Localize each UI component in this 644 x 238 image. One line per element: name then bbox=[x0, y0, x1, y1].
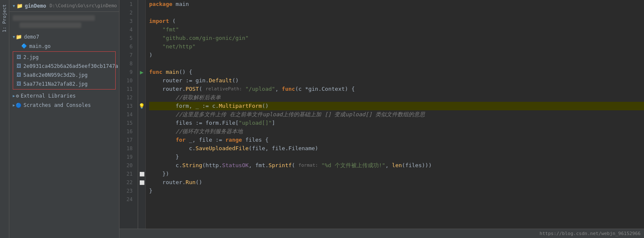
code-line-4: "fmt" bbox=[149, 25, 644, 34]
project-root-folder-icon: 📁 bbox=[17, 3, 23, 9]
code-content[interactable]: package main import ( "fmt" "github.com/… bbox=[146, 0, 644, 229]
main-go-file[interactable]: 🔷 main.go bbox=[9, 42, 119, 50]
project-path: D:\Coding\Go\src\ginDemo bbox=[50, 3, 117, 8]
editor-content: 1 2 3 4 5 6 7 8 9 10 11 12 13 14 15 16 1… bbox=[119, 0, 644, 229]
folder-arrow-icon: ▼ bbox=[13, 4, 15, 8]
expand-arrow-icon: ▶ bbox=[13, 94, 15, 98]
code-line-15: files := form.File["upload[]"] bbox=[149, 119, 644, 127]
image-icon-4: 🖼 bbox=[17, 81, 21, 87]
go-file-icon: 🔷 bbox=[21, 43, 27, 49]
code-line-16: //循环存文件到服务器本地 bbox=[149, 127, 644, 136]
file-5aa77e[interactable]: 🖼 5aa77e11Na27afa82.jpg bbox=[13, 79, 115, 88]
scratches-expand-icon: ▶ bbox=[13, 103, 15, 107]
scratches-label: Scratches and Consoles bbox=[23, 102, 91, 108]
bookmark-icon: ⬜ bbox=[139, 172, 144, 176]
code-line-2 bbox=[149, 8, 644, 17]
sidebar-tree: ▼ 📁 demo7 🔷 main.go 🖼 2.jpg 🖼 2e0931ca45… bbox=[9, 12, 119, 238]
code-line-8 bbox=[149, 59, 644, 68]
bookmark-icon-2: ⬜ bbox=[139, 180, 144, 185]
code-line-9: func main() { bbox=[149, 68, 644, 76]
code-line-1: package main bbox=[149, 0, 644, 8]
highlighted-files-box: 🖼 2.jpg 🖼 2e0931ca452b6a26ad5eef30cb1747… bbox=[13, 51, 116, 90]
code-line-10: router := gin.Default() bbox=[149, 76, 644, 85]
main-go-label: main.go bbox=[29, 43, 51, 49]
file-5aa8c2-label: 5aa8c2e0N959c3d2b.jpg bbox=[23, 72, 88, 78]
code-line-6: "net/http" bbox=[149, 42, 644, 51]
code-line-3: import ( bbox=[149, 17, 644, 25]
scratches-icon: 🔵 bbox=[16, 103, 22, 108]
code-line-21: }) bbox=[149, 170, 644, 178]
image-icon-1: 🖼 bbox=[17, 54, 21, 60]
file-5aa77e-label: 5aa77e11Na27afa82.jpg bbox=[23, 81, 88, 87]
file-2jpg[interactable]: 🖼 2.jpg bbox=[13, 53, 115, 62]
project-name[interactable]: ginDemo bbox=[25, 3, 46, 9]
libs-icon: ⚙ bbox=[16, 93, 19, 99]
blurred-items bbox=[9, 14, 119, 31]
project-tab-label[interactable]: 1: Project bbox=[1, 2, 8, 35]
file-2e0931[interactable]: 🖼 2e0931ca452b6a26ad5eef30cb1747a.jpg bbox=[13, 62, 115, 70]
external-libraries-item[interactable]: ▶ ⚙ External Libraries bbox=[9, 91, 119, 101]
file-5aa8c2[interactable]: 🖼 5aa8c2e0N959c3d2b.jpg bbox=[13, 70, 115, 79]
external-libraries-label: External Libraries bbox=[21, 93, 76, 99]
line-numbers: 1 2 3 4 5 6 7 8 9 10 11 12 13 14 15 16 1… bbox=[119, 0, 138, 229]
file-2e0931-label: 2e0931ca452b6a26ad5eef30cb1747a.jpg bbox=[23, 63, 119, 69]
file-2jpg-label: 2.jpg bbox=[23, 54, 39, 60]
code-line-20: c.String(http.StatusOK, fmt.Sprintf( for… bbox=[149, 161, 644, 170]
folder-icon: 📁 bbox=[16, 34, 22, 40]
code-line-7: ) bbox=[149, 51, 644, 59]
code-editor: 1 2 3 4 5 6 7 8 9 10 11 12 13 14 15 16 1… bbox=[119, 0, 644, 238]
code-line-11: router.POST( relativePath: "/upload", fu… bbox=[149, 85, 644, 93]
demo7-label: demo7 bbox=[24, 34, 39, 40]
code-line-12: //获取解析后表单 bbox=[149, 93, 644, 102]
code-line-18: c.SaveUploadedFile(file, file.Filename) bbox=[149, 144, 644, 153]
code-line-14: //这里是多文件上传 在之前单文件upload上传的基础上加 [] 变成uplo… bbox=[149, 110, 644, 119]
code-line-24 bbox=[149, 195, 644, 204]
bulb-icon[interactable]: 💡 bbox=[139, 103, 145, 109]
project-panel-tab[interactable]: 1: Project bbox=[0, 0, 9, 238]
sidebar-header: ▼ 📁 ginDemo D:\Coding\Go\src\ginDemo bbox=[9, 0, 119, 12]
run-arrow-icon[interactable]: ▶ bbox=[140, 69, 143, 76]
demo7-folder[interactable]: ▼ 📁 demo7 bbox=[9, 32, 119, 42]
status-bar: https://blog.csdn.net/webjn_96152966 bbox=[119, 229, 644, 238]
code-line-13: form, _ := c.MultipartForm() bbox=[149, 102, 644, 110]
scratches-and-consoles-item[interactable]: ▶ 🔵 Scratches and Consoles bbox=[9, 101, 119, 110]
code-line-17: for _, file := range files { bbox=[149, 136, 644, 144]
code-line-22: router.Run() bbox=[149, 178, 644, 187]
status-url: https://blog.csdn.net/webjn_96152966 bbox=[540, 231, 641, 236]
collapse-arrow-icon: ▼ bbox=[13, 35, 15, 39]
code-line-23: } bbox=[149, 187, 644, 195]
project-sidebar: ▼ 📁 ginDemo D:\Coding\Go\src\ginDemo ▼ 📁… bbox=[9, 0, 119, 238]
code-line-5: "github.com/gin-gonic/gin" bbox=[149, 34, 644, 42]
code-line-19: } bbox=[149, 153, 644, 161]
editor-gutter: ▶ 💡 ⬜ ⬜ bbox=[138, 0, 146, 229]
image-icon-2: 🖼 bbox=[17, 63, 21, 69]
image-icon-3: 🖼 bbox=[17, 72, 21, 78]
